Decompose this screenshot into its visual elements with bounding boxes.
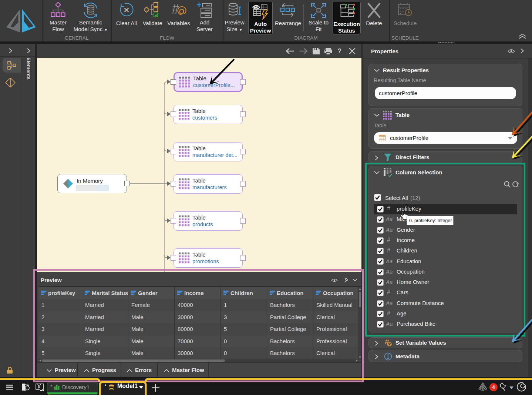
svg-text:?: ? [337, 47, 341, 55]
